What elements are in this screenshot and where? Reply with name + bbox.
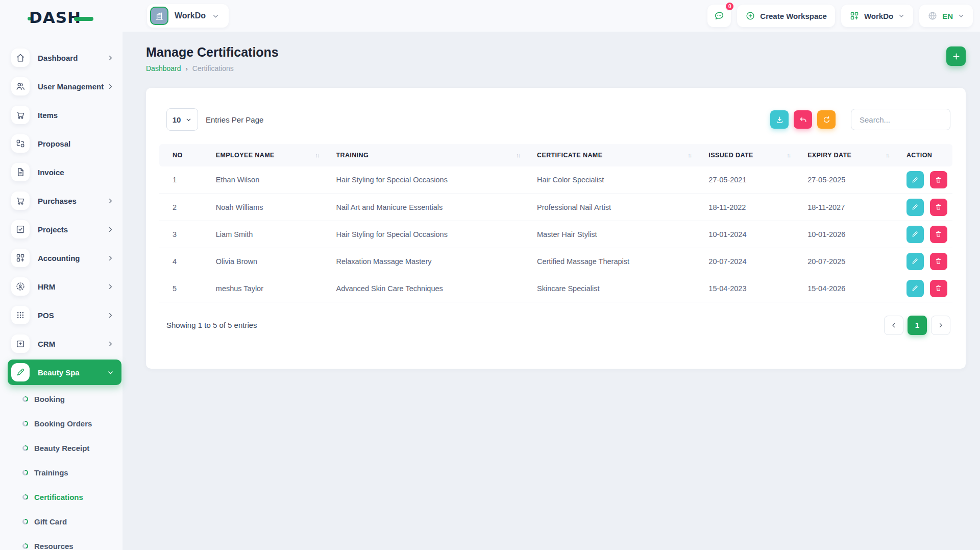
table-header: NOEMPLOYEE NAME↑↓TRAINING↑↓CERTIFICATE N… [159, 144, 952, 166]
column-header-employee-name[interactable]: EMPLOYEE NAME↑↓ [211, 144, 331, 166]
add-certification-button[interactable] [946, 46, 966, 66]
certifications-table: NOEMPLOYEE NAME↑↓TRAINING↑↓CERTIFICATE N… [159, 144, 952, 302]
brand-logo[interactable]: DASH [28, 7, 122, 28]
pagination-next-button[interactable] [931, 316, 950, 335]
breadcrumb-current: Certifications [192, 64, 234, 73]
cell-action [901, 248, 952, 275]
cell-training: Advanced Skin Care Techniques [331, 275, 532, 302]
submenu-item-booking[interactable]: Booking [0, 387, 122, 411]
sort-icon: ↑↓ [315, 152, 318, 158]
cell-no: 1 [159, 166, 211, 194]
pos-icon [11, 306, 30, 324]
dot-icon [22, 421, 28, 426]
logo-dash-icon [74, 17, 93, 21]
trash-icon [935, 176, 942, 184]
sidebar-item-pos[interactable]: POS [8, 301, 121, 329]
cell-certificate-name: Master Hair Stylist [532, 221, 703, 248]
plus-icon [951, 52, 961, 61]
submenu-item-beauty-receipt[interactable]: Beauty Receipt [0, 436, 122, 460]
message-bubble-icon [714, 10, 725, 21]
trash-icon [935, 230, 942, 238]
refresh-icon [822, 115, 831, 124]
submenu-item-trainings[interactable]: Trainings [0, 460, 122, 485]
sidebar: DASH Dashboard User Management Items Pro… [0, 0, 122, 550]
create-workspace-button[interactable]: Create Workspace [737, 5, 835, 27]
cell-training: Hair Styling for Special Occasions [331, 221, 532, 248]
dot-icon [22, 543, 28, 549]
cell-training: Nail Art and Manicure Essentials [331, 194, 532, 221]
workdo-menu-button[interactable]: WorkDo [841, 5, 913, 27]
submenu-item-booking-orders[interactable]: Booking Orders [0, 411, 122, 436]
cell-issued-date: 10-01-2024 [703, 221, 802, 248]
pencil-icon [911, 203, 919, 211]
edit-button[interactable] [906, 171, 924, 188]
sidebar-nav: Dashboard User Management Items Proposal… [0, 43, 122, 385]
cell-training: Relaxation Massage Mastery [331, 248, 532, 275]
chevron-right-icon [107, 312, 114, 319]
column-header-issued-date[interactable]: ISSUED DATE↑↓ [703, 144, 802, 166]
cell-expiry-date: 18-11-2027 [802, 194, 901, 221]
chevron-right-icon [107, 83, 114, 90]
chevron-down-icon [958, 12, 965, 19]
column-header-training[interactable]: TRAINING↑↓ [331, 144, 532, 166]
chevron-right-icon [107, 283, 114, 291]
language-code: EN [942, 12, 953, 20]
cell-issued-date: 27-05-2021 [703, 166, 802, 194]
cell-action [901, 194, 952, 221]
page-title: Manage Certifications [146, 45, 279, 60]
sort-icon: ↑↓ [787, 152, 790, 158]
submenu-item-resources[interactable]: Resources [0, 534, 122, 550]
delete-button[interactable] [930, 199, 947, 216]
workspace-switcher[interactable]: WorkDo [147, 4, 229, 28]
download-icon [775, 115, 784, 124]
sidebar-item-crm[interactable]: CRM [8, 329, 121, 358]
refresh-button[interactable] [817, 110, 836, 129]
search-input[interactable] [851, 109, 950, 130]
breadcrumb-dashboard-link[interactable]: Dashboard [146, 64, 181, 73]
workspace-avatar-building-icon [150, 7, 168, 25]
export-download-button[interactable] [770, 110, 789, 129]
trash-icon [935, 257, 942, 265]
delete-button[interactable] [930, 280, 947, 297]
edit-button[interactable] [906, 253, 924, 270]
pagination-prev-button[interactable] [884, 316, 903, 335]
sidebar-item-invoice[interactable]: Invoice [8, 158, 121, 186]
beauty-spa-submenu: Booking Booking Orders Beauty Receipt Tr… [0, 387, 122, 550]
cell-no: 4 [159, 248, 211, 275]
sidebar-item-items[interactable]: Items [8, 101, 121, 129]
entries-per-page-select[interactable]: 10 [166, 108, 198, 131]
delete-button[interactable] [930, 226, 947, 243]
edit-button[interactable] [906, 199, 924, 216]
submenu-item-certifications[interactable]: Certifications [0, 485, 122, 509]
messages-button[interactable]: 0 [707, 5, 731, 27]
create-workspace-label: Create Workspace [760, 12, 827, 20]
delete-button[interactable] [930, 171, 947, 188]
sidebar-item-beauty-spa[interactable]: Beauty Spa [8, 360, 121, 385]
sidebar-item-dashboard[interactable]: Dashboard [8, 43, 121, 72]
column-header-certificate-name[interactable]: CERTIFICATE NAME↑↓ [532, 144, 703, 166]
sidebar-item-user-management[interactable]: User Management [8, 72, 121, 101]
main-content: Manage Certifications Dashboard › Certif… [122, 32, 980, 550]
sidebar-item-hrm[interactable]: HRM [8, 272, 121, 301]
sidebar-item-projects[interactable]: Projects [8, 215, 121, 244]
delete-button[interactable] [930, 253, 947, 270]
edit-button[interactable] [906, 226, 924, 243]
entries-summary: Showing 1 to 5 of 5 entries [166, 321, 257, 329]
language-selector[interactable]: EN [919, 5, 973, 27]
cell-certificate-name: Professional Nail Artist [532, 194, 703, 221]
undo-arrow-icon [799, 115, 807, 124]
table-row: 5 meshus Taylor Advanced Skin Care Techn… [159, 275, 952, 302]
page-header: Manage Certifications Dashboard › Certif… [146, 45, 966, 73]
reset-undo-button[interactable] [794, 110, 812, 129]
pagination-page-1-button[interactable]: 1 [908, 316, 927, 335]
column-header-expiry-date[interactable]: EXPIRY DATE↑↓ [802, 144, 901, 166]
sidebar-item-proposal[interactable]: Proposal [8, 129, 121, 158]
sidebar-item-purchases[interactable]: Purchases [8, 186, 121, 215]
topbar: WorkDo 0 Create Workspace WorkDo [0, 0, 980, 32]
cell-no: 5 [159, 275, 211, 302]
table-row: 1 Ethan Wilson Hair Styling for Special … [159, 166, 952, 194]
edit-button[interactable] [906, 280, 924, 297]
sidebar-item-accounting[interactable]: Accounting [8, 244, 121, 272]
submenu-item-gift-card[interactable]: Gift Card [0, 509, 122, 534]
table-row: 2 Noah Williams Nail Art and Manicure Es… [159, 194, 952, 221]
